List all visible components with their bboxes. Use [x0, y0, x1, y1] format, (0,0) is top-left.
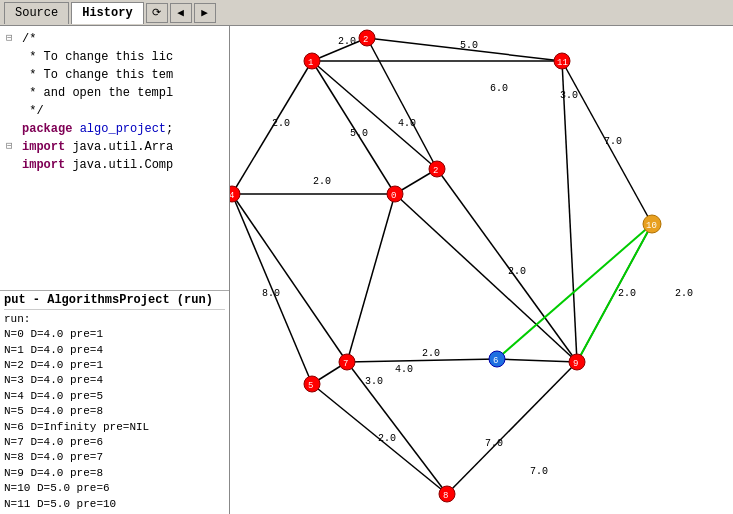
top-bar: Source History ⟳ ◀ ▶ — [0, 0, 733, 26]
output-line: N=2 D=4.0 pre=1 — [4, 358, 225, 373]
edge-green-10-9 — [577, 224, 652, 362]
edge-0-9 — [395, 194, 577, 362]
edge-7-8 — [347, 362, 447, 494]
graph-svg: 2.0 5.0 3.0 6.0 4.0 5.0 2.0 2.0 7.0 2.0 … — [230, 26, 733, 514]
gutter — [6, 66, 22, 84]
output-line: N=8 D=4.0 pre=7 — [4, 450, 225, 465]
gutter: ⊟ — [6, 138, 22, 156]
output-line: N=1 D=4.0 pre=4 — [4, 343, 225, 358]
weight-label: 7.0 — [530, 466, 548, 477]
edge-1-3 — [312, 61, 437, 169]
output-line: N=10 D=5.0 pre=6 — [4, 481, 225, 496]
node-label-8: 8 — [443, 491, 448, 501]
node-label-4: 4 — [230, 191, 234, 201]
edge-8-9 — [447, 362, 577, 494]
gutter: ⊟ — [6, 30, 22, 48]
node-label-11: 11 — [557, 58, 568, 68]
toolbar-btn-back[interactable]: ◀ — [170, 3, 192, 23]
output-panel: put - AlgorithmsProject (run) run: N=0 D… — [0, 291, 229, 514]
weight-label: 2.0 — [313, 176, 331, 187]
gutter — [6, 84, 22, 102]
toolbar-btn-refresh[interactable]: ⟳ — [146, 3, 168, 23]
tab-source[interactable]: Source — [4, 2, 69, 24]
code-text: * To change this lic — [22, 48, 173, 66]
weight-label: 2.0 — [338, 36, 356, 47]
tab-history[interactable]: History — [71, 2, 143, 24]
code-text: */ — [22, 102, 44, 120]
code-line: package algo_project; — [2, 120, 227, 138]
output-header: put - AlgorithmsProject (run) — [4, 293, 225, 310]
code-text: package algo_project; — [22, 120, 173, 138]
code-text: * To change this tem — [22, 66, 173, 84]
code-text: import java.util.Comp — [22, 156, 173, 174]
output-line: N=4 D=4.0 pre=5 — [4, 389, 225, 404]
code-line: ⊟ /* — [2, 30, 227, 48]
gutter — [6, 156, 22, 174]
weight-label: 4.0 — [395, 364, 413, 375]
output-run-label: run: — [4, 312, 225, 327]
edge-11-9 — [562, 61, 577, 362]
code-line: */ — [2, 102, 227, 120]
graph-area: 2.0 5.0 3.0 6.0 4.0 5.0 2.0 2.0 7.0 2.0 … — [230, 26, 733, 514]
gutter — [6, 48, 22, 66]
weight-label: 2.0 — [422, 348, 440, 359]
node-label-1: 1 — [308, 58, 313, 68]
node-label-5: 5 — [308, 381, 313, 391]
edge-6-9 — [497, 359, 577, 362]
output-line: N=5 D=4.0 pre=8 — [4, 404, 225, 419]
weight-label: 2.0 — [272, 118, 290, 129]
code-line: import java.util.Comp — [2, 156, 227, 174]
edge-2-3 — [367, 38, 437, 169]
node-label-3: 2 — [433, 166, 438, 176]
gutter — [6, 102, 22, 120]
weight-label: 2.0 — [675, 288, 693, 299]
weight-label: 2.0 — [508, 266, 526, 277]
node-label-10: 10 — [646, 221, 657, 231]
code-text: * and open the templ — [22, 84, 173, 102]
weight-label: 4.0 — [398, 118, 416, 129]
code-text: /* — [22, 30, 36, 48]
weight-label: 2.0 — [378, 433, 396, 444]
weight-label: 6.0 — [490, 83, 508, 94]
output-line: N=9 D=4.0 pre=8 — [4, 466, 225, 481]
output-line: N=7 D=4.0 pre=6 — [4, 435, 225, 450]
edge-7-6 — [347, 359, 497, 362]
edge-0-7 — [347, 194, 395, 362]
output-line: N=0 D=4.0 pre=1 — [4, 327, 225, 342]
code-area: ⊟ /* * To change this lic * To change th… — [0, 26, 229, 291]
output-line: N=11 D=5.0 pre=10 — [4, 497, 225, 512]
edge-3-9 — [437, 169, 577, 362]
weight-label: 7.0 — [485, 438, 503, 449]
toolbar-btn-forward[interactable]: ▶ — [194, 3, 216, 23]
output-line: N=3 D=4.0 pre=4 — [4, 373, 225, 388]
weight-label: 7.0 — [604, 136, 622, 147]
code-line: ⊟ import java.util.Arra — [2, 138, 227, 156]
weight-label: 5.0 — [350, 128, 368, 139]
code-text: import java.util.Arra — [22, 138, 173, 156]
weight-label: 3.0 — [365, 376, 383, 387]
code-line: * and open the templ — [2, 84, 227, 102]
node-label-2: 2 — [363, 35, 368, 45]
weight-label: 8.0 — [262, 288, 280, 299]
node-label-6: 6 — [493, 356, 498, 366]
left-panel: ⊟ /* * To change this lic * To change th… — [0, 26, 230, 514]
weight-label: 2.0 — [618, 288, 636, 299]
code-line: * To change this tem — [2, 66, 227, 84]
code-line: * To change this lic — [2, 48, 227, 66]
node-label-7: 7 — [343, 359, 348, 369]
output-line: N=6 D=Infinity pre=NIL — [4, 420, 225, 435]
node-label-9: 9 — [573, 359, 578, 369]
weight-label: 3.0 — [560, 90, 578, 101]
gutter — [6, 120, 22, 138]
weight-label: 5.0 — [460, 40, 478, 51]
edge-4-7 — [232, 194, 347, 362]
node-label-0: 0 — [391, 191, 396, 201]
main-content: ⊟ /* * To change this lic * To change th… — [0, 26, 733, 514]
